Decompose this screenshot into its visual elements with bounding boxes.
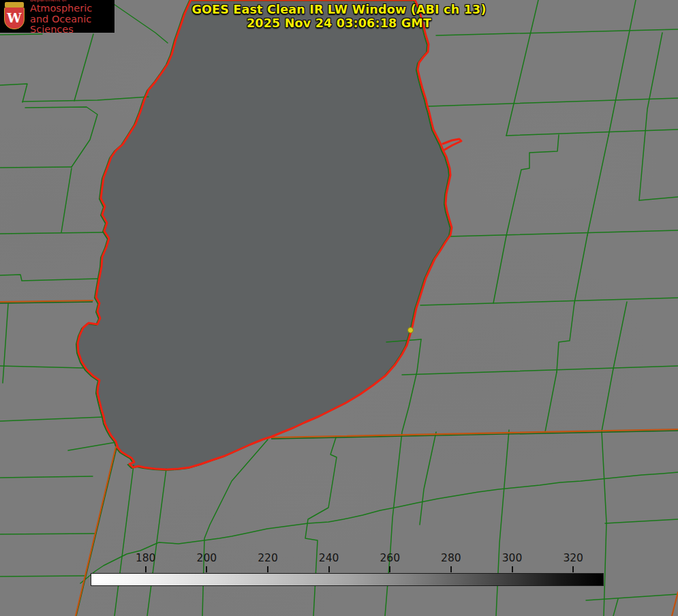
goes-ir-viewer: W Department of Atmospheric and Oceanic … xyxy=(0,0,678,616)
uw-aos-logo[interactable]: W Department of Atmospheric and Oceanic … xyxy=(0,0,114,33)
lake-fill xyxy=(78,0,452,469)
crest-letter: W xyxy=(7,12,21,25)
satellite-map[interactable] xyxy=(0,0,678,616)
uw-crest-icon: W xyxy=(3,2,26,31)
location-marker-dot xyxy=(407,327,414,333)
lake-michigan xyxy=(76,0,452,470)
logo-text: Department of Atmospheric and Oceanic Sc… xyxy=(30,0,112,35)
state-border-il-in xyxy=(76,447,116,616)
logo-line1: Atmospheric xyxy=(30,3,112,14)
shoreline-spit-hook xyxy=(443,139,461,150)
logo-line2: and Oceanic Sciences xyxy=(30,14,112,35)
state-border-mi-in xyxy=(271,429,678,437)
